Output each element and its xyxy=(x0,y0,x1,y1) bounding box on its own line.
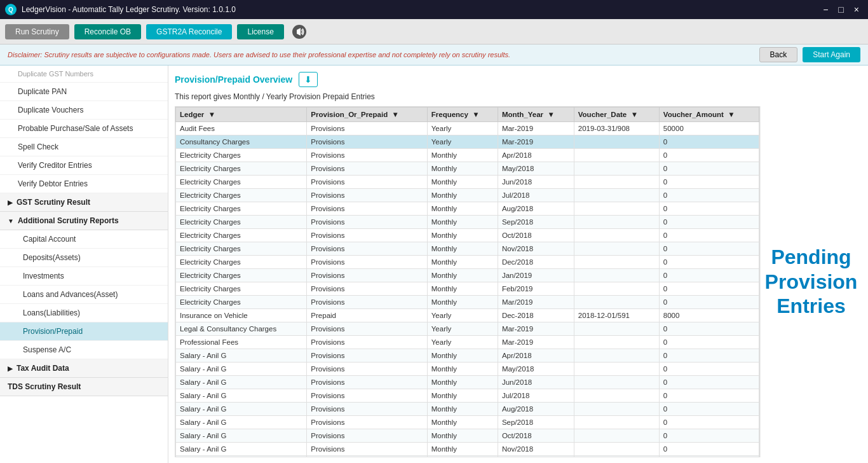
table-cell: 0 xyxy=(659,256,759,269)
col-frequency[interactable]: Frequency ▼ xyxy=(427,107,498,122)
table-row[interactable]: Professional FeesProvisionsYearlyMar-201… xyxy=(176,336,759,349)
table-row[interactable]: Audit FeesProvisionsYearlyMar-20192019-0… xyxy=(176,122,759,135)
sidebar-item-spell-check[interactable]: Spell Check xyxy=(0,138,168,156)
table-row[interactable]: Electricity ChargesProvisionsMonthlyMar/… xyxy=(176,296,759,309)
sidebar-item-probable-purchase[interactable]: Probable Purchase/Sale of Assets xyxy=(0,120,168,138)
download-button[interactable]: ⬇ xyxy=(299,72,318,87)
table-cell: 0 xyxy=(659,336,759,349)
table-cell: 2019-03-31/908 xyxy=(574,122,659,135)
table-row[interactable]: Electricity ChargesProvisionsMonthlyApr/… xyxy=(176,149,759,162)
sidebar-section-additional[interactable]: ▼ Additional Scrutiny Reports xyxy=(0,212,168,230)
table-cell: Insurance on Vehicle xyxy=(176,309,307,322)
close-button[interactable]: × xyxy=(850,3,863,16)
table-row[interactable]: Electricity ChargesProvisionsMonthlyJun/… xyxy=(176,176,759,189)
back-button[interactable]: Back xyxy=(759,47,798,62)
sidebar-section-tds[interactable]: TDS Scrutiny Result xyxy=(0,378,168,396)
table-row[interactable]: Electricity ChargesProvisionsMonthlySep/… xyxy=(176,216,759,229)
table-row[interactable]: Salary - Anil GProvisionsMonthlyJun/2018… xyxy=(176,376,759,389)
start-again-button[interactable]: Start Again xyxy=(803,47,860,62)
maximize-button[interactable]: □ xyxy=(834,3,847,16)
sidebar-item-duplicate-gst[interactable]: Duplicate GST Numbers xyxy=(0,66,168,83)
sidebar-item-loans-advances[interactable]: Loans and Advances(Asset) xyxy=(0,286,168,304)
sidebar-item-verify-debtor[interactable]: Verify Debtor Entries xyxy=(0,175,168,193)
additional-section-arrow: ▼ xyxy=(8,218,14,225)
table-row[interactable]: Electricity ChargesProvisionsMonthlyOct/… xyxy=(176,229,759,242)
speaker-icon xyxy=(292,24,307,39)
reconcile-ob-button[interactable]: Reconcile OB xyxy=(74,24,141,39)
table-cell: Mar-2019 xyxy=(498,336,574,349)
speaker-button[interactable] xyxy=(289,22,309,42)
table-row[interactable]: Salary - Anil GProvisionsMonthlyMay/2018… xyxy=(176,363,759,376)
table-row[interactable]: Salary - Anil GProvisionsMonthlySep/2018… xyxy=(176,416,759,429)
table-cell: Audit Fees xyxy=(176,122,307,135)
table-row[interactable]: Electricity ChargesProvisionsMonthlyJan/… xyxy=(176,269,759,282)
table-row[interactable]: Legal & Consultancy ChargesProvisionsYea… xyxy=(176,322,759,336)
col-voucher-date[interactable]: Voucher_Date ▼ xyxy=(574,107,659,122)
table-cell: 0 xyxy=(659,189,759,202)
sidebar-item-duplicate-vouchers[interactable]: Duplicate Vouchers xyxy=(0,101,168,120)
col-voucher-amount[interactable]: Voucher_Amount ▼ xyxy=(659,107,759,122)
table-cell: 0 xyxy=(659,202,759,216)
table-cell: Salary - Anil G xyxy=(176,443,307,456)
table-cell: Apr/2018 xyxy=(498,349,574,363)
table-row[interactable]: Salary - Anil GProvisionsMonthlyApr/2018… xyxy=(176,349,759,363)
table-row[interactable]: Salary - Anil GProvisionsMonthlyNov/2018… xyxy=(176,443,759,456)
disclaimer-text: Disclaimer: Scrutiny results are subject… xyxy=(8,51,759,59)
sidebar-item-capital-account[interactable]: Capital Account xyxy=(0,230,168,249)
table-cell xyxy=(574,189,659,202)
table-cell: 0 xyxy=(659,282,759,296)
table-cell: Monthly xyxy=(427,363,498,376)
col-ledger[interactable]: Ledger ▼ xyxy=(176,107,307,122)
sidebar-section-tax-audit[interactable]: ▶ Tax Audit Data xyxy=(0,359,168,378)
run-scrutiny-button[interactable]: Run Scrutiny xyxy=(5,24,69,39)
table-cell: Monthly xyxy=(427,202,498,216)
table-row[interactable]: Salary - Anil GProvisionsMonthlyAug/2018… xyxy=(176,403,759,416)
table-cell: Mar-2019 xyxy=(498,135,574,149)
sidebar-item-loans-liabilities[interactable]: Loans(Liabilities) xyxy=(0,304,168,322)
table-cell: Monthly xyxy=(427,456,498,458)
table-cell: Provisions xyxy=(307,256,427,269)
table-row[interactable]: Consultancy ChargesProvisionsYearlyMar-2… xyxy=(176,135,759,149)
col-month-year[interactable]: Month_Year ▼ xyxy=(498,107,574,122)
table-row[interactable]: Salary - Anil GProvisionsMonthlyJul/2018… xyxy=(176,389,759,403)
table-row[interactable]: Salary - Anil GProvisionsMonthlyOct/2018… xyxy=(176,429,759,443)
table-row[interactable]: Electricity ChargesProvisionsMonthlyMay/… xyxy=(176,162,759,176)
gstr2a-reconcile-button[interactable]: GSTR2A Reconcile xyxy=(146,24,232,39)
table-row[interactable]: Salary - Anil GProvisionsMonthlyDec/2018… xyxy=(176,456,759,458)
col-provision[interactable]: Provision_Or_Prepaid ▼ xyxy=(307,107,427,122)
table-cell: Electricity Charges xyxy=(176,176,307,189)
table-row[interactable]: Electricity ChargesProvisionsMonthlyJul/… xyxy=(176,189,759,202)
table-cell: Salary - Anil G xyxy=(176,389,307,403)
sidebar-item-deposits[interactable]: Deposits(Assets) xyxy=(0,249,168,267)
table-row[interactable]: Electricity ChargesProvisionsMonthlyFeb/… xyxy=(176,282,759,296)
table-row[interactable]: Insurance on VehiclePrepaidYearlyDec-201… xyxy=(176,309,759,322)
window-controls[interactable]: − □ × xyxy=(819,3,863,16)
table-row[interactable]: Electricity ChargesProvisionsMonthlyNov/… xyxy=(176,242,759,256)
table-cell: Yearly xyxy=(427,322,498,336)
table-cell: Electricity Charges xyxy=(176,256,307,269)
sidebar-item-duplicate-pan[interactable]: Duplicate PAN xyxy=(0,83,168,101)
sidebar-section-gst[interactable]: ▶ GST Scrutiny Result xyxy=(0,193,168,212)
minimize-button[interactable]: − xyxy=(819,3,832,16)
table-cell: Dec-2018 xyxy=(498,309,574,322)
data-table-container[interactable]: Ledger ▼ Provision_Or_Prepaid ▼ Frequenc… xyxy=(175,106,760,457)
table-cell: May/2018 xyxy=(498,162,574,176)
license-button[interactable]: License xyxy=(237,24,283,39)
sidebar-item-investments[interactable]: Investments xyxy=(0,267,168,286)
sidebar-item-suspense[interactable]: Suspense A/C xyxy=(0,341,168,359)
sidebar-item-provision-prepaid[interactable]: Provision/Prepaid xyxy=(0,322,168,341)
table-cell xyxy=(574,269,659,282)
table-cell: Jun/2018 xyxy=(498,376,574,389)
table-row[interactable]: Electricity ChargesProvisionsMonthlyDec/… xyxy=(176,256,759,269)
sidebar-item-verify-creditor[interactable]: Verify Creditor Entries xyxy=(0,156,168,175)
table-cell: Electricity Charges xyxy=(176,149,307,162)
table-cell: 0 xyxy=(659,389,759,403)
table-cell: Provisions xyxy=(307,443,427,456)
table-row[interactable]: Electricity ChargesProvisionsMonthlyAug/… xyxy=(176,202,759,216)
table-cell xyxy=(574,376,659,389)
table-cell: Provisions xyxy=(307,336,427,349)
table-cell: Apr/2018 xyxy=(498,149,574,162)
disclaimer-bar: Disclaimer: Scrutiny results are subject… xyxy=(0,45,868,66)
table-cell: Mar-2019 xyxy=(498,122,574,135)
table-cell xyxy=(574,349,659,363)
